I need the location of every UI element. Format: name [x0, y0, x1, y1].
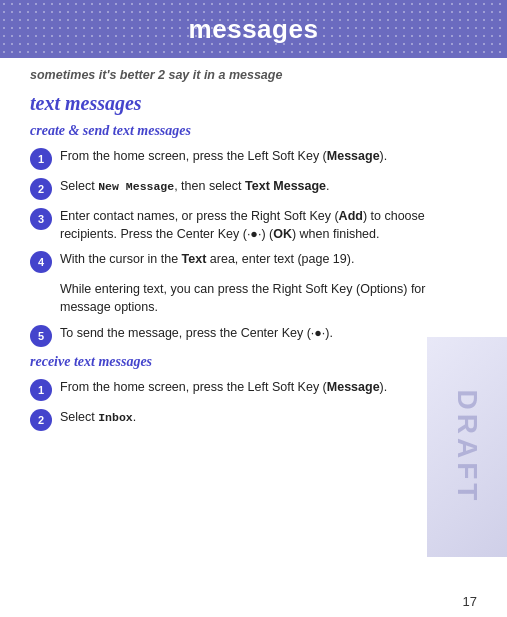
page-wrapper: messages sometimes it's better 2 say it … [0, 0, 507, 617]
keyword-inbox: Inbox [98, 411, 133, 424]
receive-step-text-1: From the home screen, press the Left Sof… [60, 378, 387, 396]
step-text-3: Enter contact names, or press the Right … [60, 207, 427, 243]
receive-step-item-2: 2 Select Inbox. [30, 408, 477, 431]
keyword-text-message: Text Message [245, 179, 326, 193]
step-item-2: 2 Select New Message, then select Text M… [30, 177, 477, 200]
step-item-5: 5 To send the message, press the Center … [30, 324, 477, 347]
note-text-1: While entering text, you can press the R… [60, 280, 477, 316]
keyword-new-message: New Message [98, 180, 174, 193]
section1-title: text messages [30, 92, 477, 115]
step-number-4: 4 [30, 251, 52, 273]
step-text-4: With the cursor in the Text area, enter … [60, 250, 354, 268]
step-text-5: To send the message, press the Center Ke… [60, 324, 333, 342]
keyword-ok: OK [273, 227, 292, 241]
step-text-1: From the home screen, press the Left Sof… [60, 147, 387, 165]
step-item-1: 1 From the home screen, press the Left S… [30, 147, 477, 170]
receive-step-text-2: Select Inbox. [60, 408, 136, 427]
keyword-options: Options [360, 282, 403, 296]
step-number-2: 2 [30, 178, 52, 200]
page-header: messages [0, 0, 507, 58]
keyword-add: Add [339, 209, 363, 223]
step-number-5: 5 [30, 325, 52, 347]
steps-list-create: 1 From the home screen, press the Left S… [30, 147, 477, 273]
keyword-message2: Message [327, 380, 380, 394]
page-subtitle: sometimes it's better 2 say it in a mess… [30, 68, 477, 82]
page-title: messages [189, 14, 319, 45]
section2-title: receive text messages [30, 354, 477, 370]
draft-label: DRAFT [451, 390, 483, 505]
step-item-3: 3 Enter contact names, or press the Righ… [30, 207, 477, 243]
receive-step-number-1: 1 [30, 379, 52, 401]
steps-list-receive: 1 From the home screen, press the Left S… [30, 378, 477, 431]
step-number-3: 3 [30, 208, 52, 230]
keyword-message1: Message [327, 149, 380, 163]
draft-watermark: DRAFT [427, 337, 507, 557]
receive-step-number-2: 2 [30, 409, 52, 431]
subsection1-title: create & send text messages [30, 123, 477, 139]
step-number-1: 1 [30, 148, 52, 170]
steps-list-step5: 5 To send the message, press the Center … [30, 324, 477, 347]
step-text-2: Select New Message, then select Text Mes… [60, 177, 330, 196]
keyword-text: Text [182, 252, 207, 266]
receive-step-item-1: 1 From the home screen, press the Left S… [30, 378, 477, 401]
page-number: 17 [463, 594, 477, 609]
step-item-4: 4 With the cursor in the Text area, ente… [30, 250, 477, 273]
